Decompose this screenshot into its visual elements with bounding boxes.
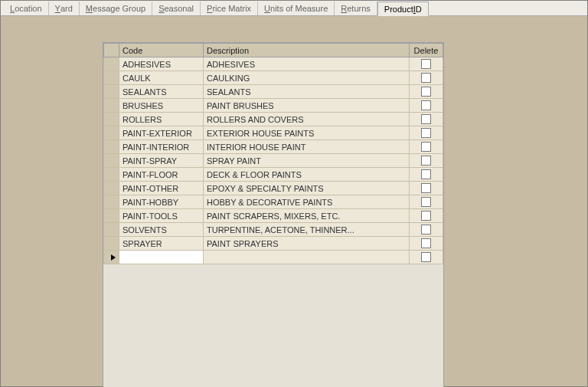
row-selector[interactable] <box>104 126 119 140</box>
grid-header-description[interactable]: Description <box>204 44 410 57</box>
row-selector[interactable] <box>104 99 119 113</box>
delete-checkbox[interactable] <box>421 73 431 83</box>
cell-delete[interactable] <box>410 57 443 71</box>
table-row[interactable]: PAINT-SPRAYSPRAY PAINT <box>104 154 443 168</box>
cell-code[interactable]: PAINT-HOBBY <box>119 195 204 209</box>
delete-checkbox[interactable] <box>421 156 431 166</box>
cell-description[interactable]: HOBBY & DECORATIVE PAINTS <box>204 195 410 209</box>
table-row[interactable]: PAINT-FLOORDECK & FLOOR PAINTS <box>104 168 443 182</box>
tab-seasonal[interactable]: Seasonal <box>152 2 201 15</box>
cell-delete-new[interactable] <box>410 251 443 264</box>
cell-code[interactable]: ROLLERS <box>119 113 204 126</box>
cell-delete[interactable] <box>410 154 443 168</box>
row-selector[interactable] <box>104 168 119 182</box>
cell-code[interactable]: PAINT-OTHER <box>119 182 204 195</box>
cell-description[interactable]: DECK & FLOOR PAINTS <box>204 168 410 182</box>
row-selector[interactable] <box>104 195 119 209</box>
cell-description[interactable]: SPRAY PAINT <box>204 154 410 168</box>
cell-description[interactable]: CAULKING <box>204 71 410 85</box>
table-row[interactable]: ROLLERSROLLERS AND COVERS <box>104 113 443 126</box>
cell-code[interactable]: ADHESIVES <box>119 57 204 71</box>
table-row[interactable]: BRUSHESPAINT BRUSHES <box>104 99 443 113</box>
row-selector[interactable] <box>104 85 119 99</box>
cell-delete[interactable] <box>410 71 443 85</box>
delete-checkbox[interactable] <box>421 169 431 179</box>
cell-code[interactable]: BRUSHES <box>119 99 204 113</box>
delete-checkbox[interactable] <box>421 225 431 234</box>
row-selector[interactable] <box>104 113 119 126</box>
delete-checkbox[interactable] <box>421 142 431 152</box>
table-row[interactable]: PAINT-HOBBYHOBBY & DECORATIVE PAINTS <box>104 195 443 209</box>
cell-description[interactable]: ROLLERS AND COVERS <box>204 113 410 126</box>
cell-code[interactable]: PAINT-FLOOR <box>119 168 204 182</box>
tab-message-group[interactable]: Message Group <box>80 2 152 15</box>
table-row[interactable]: PAINT-TOOLSPAINT SCRAPERS, MIXERS, ETC. <box>104 209 443 223</box>
product-id-grid[interactable]: Code Description Delete ADHESIVESADHESIV… <box>103 42 444 387</box>
cell-delete[interactable] <box>410 168 443 182</box>
cell-description[interactable]: EPOXY & SPECIALTY PAINTS <box>204 182 410 195</box>
tab-yard[interactable]: Yard <box>49 2 80 15</box>
row-selector-current[interactable] <box>104 251 119 264</box>
delete-checkbox[interactable] <box>421 197 431 207</box>
cell-delete[interactable] <box>410 126 443 140</box>
cell-description[interactable]: EXTERIOR HOUSE PAINTS <box>204 126 410 140</box>
delete-checkbox[interactable] <box>421 87 431 97</box>
table-row[interactable]: SPRAYERPAINT SPRAYERS <box>104 237 443 251</box>
cell-delete[interactable] <box>410 113 443 126</box>
cell-code[interactable]: SEALANTS <box>119 85 204 99</box>
cell-description-new[interactable] <box>204 251 410 264</box>
cell-delete[interactable] <box>410 237 443 251</box>
table-row[interactable]: PAINT-INTERIORINTERIOR HOUSE PAINT <box>104 140 443 154</box>
code-input[interactable] <box>122 251 200 264</box>
delete-checkbox[interactable] <box>421 128 431 138</box>
grid-header-delete[interactable]: Delete <box>410 44 443 57</box>
cell-description[interactable]: INTERIOR HOUSE PAINT <box>204 140 410 154</box>
delete-checkbox[interactable] <box>421 100 431 110</box>
tab-price-matrix[interactable]: Price Matrix <box>201 2 258 15</box>
delete-checkbox[interactable] <box>421 183 431 193</box>
cell-description[interactable]: PAINT BRUSHES <box>204 99 410 113</box>
cell-code[interactable]: SOLVENTS <box>119 223 204 237</box>
table-row-new[interactable] <box>104 251 443 264</box>
delete-checkbox[interactable] <box>421 211 431 221</box>
cell-code[interactable]: PAINT-EXTERIOR <box>119 126 204 140</box>
cell-delete[interactable] <box>410 85 443 99</box>
cell-delete[interactable] <box>410 99 443 113</box>
row-selector[interactable] <box>104 154 119 168</box>
tab-location[interactable]: Location <box>4 2 49 15</box>
cell-delete[interactable] <box>410 209 443 223</box>
cell-code[interactable]: PAINT-TOOLS <box>119 209 204 223</box>
cell-delete[interactable] <box>410 182 443 195</box>
tab-returns[interactable]: Returns <box>335 2 377 15</box>
row-selector[interactable] <box>104 182 119 195</box>
table-row[interactable]: PAINT-EXTERIOREXTERIOR HOUSE PAINTS <box>104 126 443 140</box>
cell-code[interactable]: CAULK <box>119 71 204 85</box>
table-row[interactable]: CAULKCAULKING <box>104 71 443 85</box>
table-row[interactable]: ADHESIVESADHESIVES <box>104 57 443 71</box>
row-selector[interactable] <box>104 57 119 71</box>
table-row[interactable]: PAINT-OTHEREPOXY & SPECIALTY PAINTS <box>104 182 443 195</box>
delete-checkbox[interactable] <box>421 238 431 248</box>
row-selector[interactable] <box>104 223 119 237</box>
row-selector[interactable] <box>104 140 119 154</box>
grid-header-code[interactable]: Code <box>119 44 204 57</box>
delete-checkbox[interactable] <box>421 114 431 124</box>
table-row[interactable]: SEALANTSSEALANTS <box>104 85 443 99</box>
row-selector[interactable] <box>104 237 119 251</box>
cell-code[interactable]: SPRAYER <box>119 237 204 251</box>
cell-description[interactable]: SEALANTS <box>204 85 410 99</box>
cell-delete[interactable] <box>410 140 443 154</box>
cell-description[interactable]: PAINT SPRAYERS <box>204 237 410 251</box>
cell-description[interactable]: ADHESIVES <box>204 57 410 71</box>
tab-units-of-measure[interactable]: Units of Measure <box>258 2 335 15</box>
delete-checkbox[interactable] <box>421 59 431 69</box>
cell-description[interactable]: TURPENTINE, ACETONE, THINNER... <box>204 223 410 237</box>
tab-product-id[interactable]: Product ID <box>377 2 429 16</box>
cell-delete[interactable] <box>410 195 443 209</box>
delete-checkbox[interactable] <box>421 252 431 262</box>
cell-delete[interactable] <box>410 223 443 237</box>
cell-code[interactable]: PAINT-INTERIOR <box>119 140 204 154</box>
cell-description[interactable]: PAINT SCRAPERS, MIXERS, ETC. <box>204 209 410 223</box>
row-selector[interactable] <box>104 71 119 85</box>
cell-code[interactable]: PAINT-SPRAY <box>119 154 204 168</box>
